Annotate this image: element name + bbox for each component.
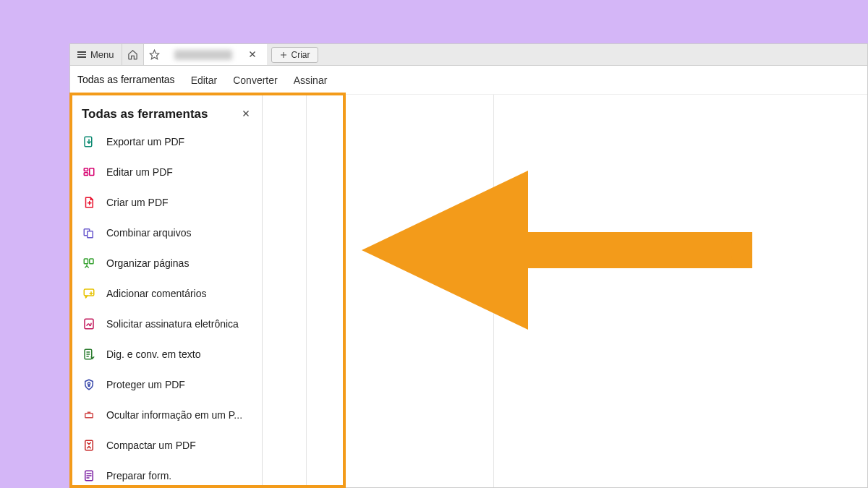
tool-export-pdf[interactable]: Exportar um PDF — [82, 134, 253, 149]
tool-label: Dig. e conv. em texto — [106, 348, 200, 360]
tab-convert[interactable]: Converter — [233, 67, 277, 93]
create-button[interactable]: Criar — [271, 47, 318, 63]
tab-all-tools[interactable]: Todas as ferramentas — [77, 67, 175, 95]
tool-redact[interactable]: Ocultar informação em um P... — [82, 408, 253, 422]
home-button[interactable] — [122, 44, 144, 65]
close-icon — [248, 50, 257, 59]
edit-pdf-icon — [82, 165, 96, 179]
ocr-icon — [82, 347, 96, 361]
form-icon — [82, 468, 96, 483]
plus-icon — [279, 51, 288, 59]
tool-label: Solicitar assinatura eletrônica — [106, 318, 239, 330]
tool-edit-pdf[interactable]: Editar um PDF — [82, 165, 253, 179]
document-page — [306, 95, 494, 487]
create-pdf-icon — [82, 195, 96, 210]
close-icon — [242, 109, 250, 118]
svg-rect-6 — [88, 231, 93, 238]
menu-button[interactable]: Menu — [70, 44, 122, 65]
tool-label: Editar um PDF — [106, 166, 173, 178]
star-icon — [149, 49, 160, 60]
redact-icon — [82, 408, 96, 422]
tool-esign[interactable]: Solicitar assinatura eletrônica — [82, 317, 253, 331]
export-pdf-icon — [82, 134, 96, 149]
organize-icon — [82, 256, 96, 270]
tool-create-pdf[interactable]: Criar um PDF — [82, 195, 253, 210]
tool-comment[interactable]: Adicionar comentários — [82, 286, 253, 301]
tool-label: Ocultar informação em um P... — [106, 409, 242, 421]
tools-panel-header: Todas as ferramentas — [82, 106, 253, 121]
app-window: Menu Criar Todas as ferramentas Editar C… — [69, 43, 868, 488]
svg-marker-0 — [150, 50, 159, 59]
svg-rect-2 — [84, 168, 88, 171]
create-label: Criar — [292, 50, 310, 60]
combine-icon — [82, 226, 96, 240]
tool-label: Adicionar comentários — [106, 288, 207, 299]
tool-organize[interactable]: Organizar páginas — [82, 256, 253, 270]
svg-rect-3 — [84, 173, 88, 176]
tool-ocr[interactable]: Dig. e conv. em texto — [82, 347, 253, 361]
tool-list: Exportar um PDFEditar um PDFCriar um PDF… — [82, 134, 253, 483]
tab-title-blurred — [174, 50, 232, 60]
tool-label: Criar um PDF — [106, 197, 169, 208]
nav-tabs: Todas as ferramentas Editar Converter As… — [70, 66, 867, 95]
tool-compress[interactable]: Compactar um PDF — [82, 438, 253, 453]
star-button[interactable] — [144, 44, 166, 65]
tool-protect[interactable]: Proteger um PDF — [82, 377, 253, 392]
svg-rect-13 — [85, 414, 93, 418]
svg-rect-7 — [84, 259, 88, 264]
tools-panel-title: Todas as ferramentas — [82, 107, 208, 121]
topbar: Menu Criar — [70, 44, 867, 66]
tools-panel-close[interactable] — [239, 106, 253, 121]
tool-label: Combinar arquivos — [106, 227, 192, 239]
protect-icon — [82, 377, 96, 392]
tab-edit[interactable]: Editar — [191, 67, 218, 93]
tool-label: Exportar um PDF — [106, 136, 184, 147]
comment-icon — [82, 286, 96, 301]
svg-rect-9 — [84, 289, 94, 296]
tool-label: Proteger um PDF — [106, 379, 185, 390]
tool-form[interactable]: Preparar form. — [82, 468, 253, 483]
compress-icon — [82, 438, 96, 453]
document-area[interactable] — [263, 95, 867, 487]
tab-close-button[interactable] — [245, 48, 260, 61]
svg-rect-8 — [90, 259, 93, 264]
esign-icon — [82, 317, 96, 331]
tool-label: Preparar form. — [106, 470, 171, 481]
hamburger-icon — [77, 51, 86, 58]
tools-panel: Todas as ferramentas Exportar um PDFEdit… — [70, 95, 263, 487]
svg-rect-4 — [90, 168, 94, 176]
main-area: Todas as ferramentas Exportar um PDFEdit… — [70, 95, 867, 487]
tool-label: Compactar um PDF — [106, 440, 196, 451]
home-icon — [127, 49, 138, 60]
tool-label: Organizar páginas — [106, 257, 189, 269]
tab-sign[interactable]: Assinar — [294, 67, 328, 93]
document-tab[interactable] — [144, 44, 267, 65]
menu-label: Menu — [90, 49, 114, 60]
tool-combine[interactable]: Combinar arquivos — [82, 226, 253, 240]
svg-rect-14 — [85, 440, 93, 450]
